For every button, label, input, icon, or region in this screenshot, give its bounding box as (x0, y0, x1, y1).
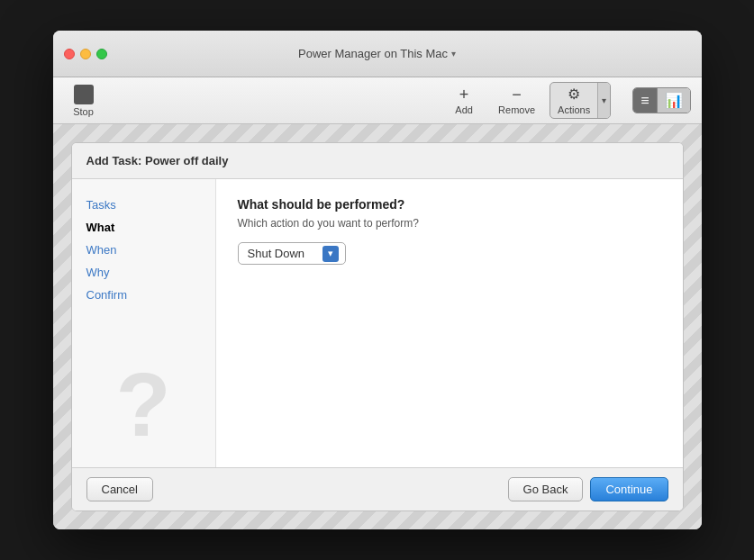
footer-right-buttons: Go Back Continue (508, 477, 668, 501)
title-chevron-icon[interactable]: ▾ (451, 49, 456, 59)
continue-button[interactable]: Continue (590, 477, 668, 501)
titlebar: Power Manager on This Mac ▾ (53, 31, 702, 77)
nav-item-tasks[interactable]: Tasks (72, 194, 215, 216)
dialog-footer: Cancel Go Back Continue (72, 467, 683, 510)
action-select-wrapper: Shut Down Sleep Restart Log Out Wake ▾ (238, 242, 346, 265)
nav-item-when[interactable]: When (72, 239, 215, 261)
minus-icon: − (512, 86, 522, 103)
gear-icon: ⚙ (568, 86, 580, 103)
view-group: ≡ 📊 (632, 87, 690, 113)
plus-icon: + (459, 86, 469, 103)
window-title: Power Manager on This Mac ▾ (298, 47, 456, 60)
traffic-lights (64, 49, 107, 59)
chart-icon: 📊 (665, 92, 683, 109)
actions-chevron-button[interactable]: ▾ (597, 83, 610, 118)
nav-item-what[interactable]: What (72, 216, 215, 239)
dialog-header: Add Task: Power off daily (72, 143, 683, 179)
stop-icon (74, 85, 94, 104)
close-button[interactable] (64, 49, 75, 59)
content-subtitle: Which action do you want to perform? (238, 217, 661, 230)
content-area: What should be performed? Which action d… (216, 179, 683, 467)
nav-item-why[interactable]: Why (72, 261, 215, 284)
minimize-button[interactable] (80, 49, 91, 59)
remove-button[interactable]: − Remove (491, 83, 542, 119)
main-content: Add Task: Power off daily ? Tasks What W… (53, 124, 702, 529)
nav-sidebar: ? Tasks What When Why Confirm (72, 179, 216, 467)
actions-group: ⚙ Actions ▾ (550, 82, 611, 119)
add-button[interactable]: + Add (444, 83, 484, 119)
maximize-button[interactable] (96, 49, 107, 59)
content-title: What should be performed? (238, 197, 661, 212)
go-back-button[interactable]: Go Back (508, 477, 584, 501)
list-icon: ≡ (640, 93, 649, 109)
stop-button[interactable]: Stop (64, 81, 104, 121)
main-window: Power Manager on This Mac ▾ Stop + Add −… (53, 31, 702, 529)
dialog-body: ? Tasks What When Why Confirm What shoul… (72, 179, 683, 467)
toolbar: Stop + Add − Remove ⚙ Actions ▾ ≡ (53, 77, 702, 124)
action-select[interactable]: Shut Down Sleep Restart Log Out Wake (238, 242, 346, 265)
view-chart-button[interactable]: 📊 (657, 88, 690, 113)
view-list-button[interactable]: ≡ (633, 88, 656, 113)
nav-item-confirm[interactable]: Confirm (72, 284, 215, 306)
cancel-button[interactable]: Cancel (86, 477, 153, 501)
dialog-panel: Add Task: Power off daily ? Tasks What W… (71, 142, 684, 511)
actions-button[interactable]: ⚙ Actions (550, 83, 597, 118)
watermark: ? (115, 359, 170, 449)
